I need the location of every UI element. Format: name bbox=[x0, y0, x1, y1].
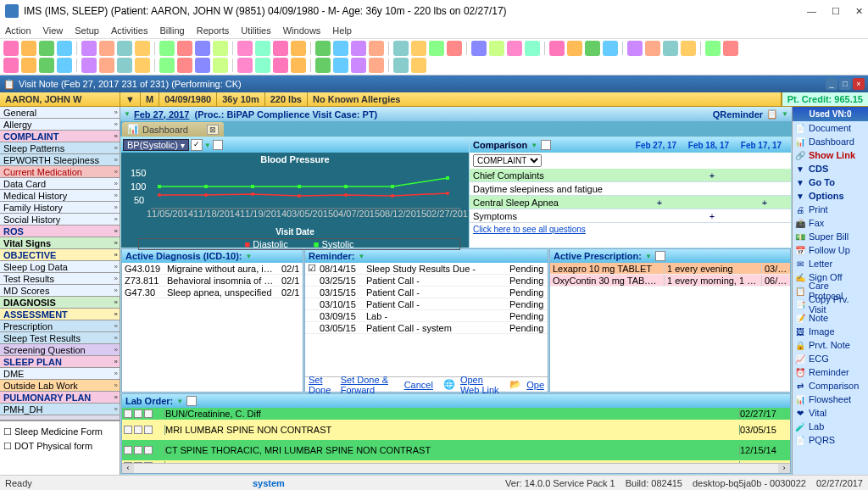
minimize-button[interactable]: — bbox=[807, 6, 816, 17]
nav-screening-question[interactable]: Screening Question» bbox=[0, 344, 120, 356]
set-done-link[interactable]: Set Done bbox=[309, 375, 336, 395]
rem-tri-icon[interactable]: ▼ bbox=[358, 253, 364, 260]
toolbar-button[interactable] bbox=[507, 41, 522, 56]
toolbar-button[interactable] bbox=[663, 41, 678, 56]
toolbar-button[interactable] bbox=[447, 41, 462, 56]
toolbar-button[interactable] bbox=[177, 58, 192, 73]
diagnosis-row[interactable]: G47.30Sleep apnea, unspecified02/1 bbox=[122, 287, 303, 298]
comparison-category-select[interactable]: COMPLAINT bbox=[473, 154, 542, 167]
lab-icon[interactable] bbox=[144, 446, 153, 454]
rnav-go-to[interactable]: ▼Go To bbox=[793, 175, 868, 189]
rnav-print[interactable]: 🖨Print bbox=[793, 203, 868, 216]
dashboard-tab-close[interactable]: ⊠ bbox=[207, 125, 219, 135]
lab-icon[interactable] bbox=[124, 446, 132, 454]
form-link[interactable]: ☐ Sleep Medicine Form bbox=[3, 425, 116, 439]
toolbar-button[interactable] bbox=[525, 41, 540, 56]
toolbar-button[interactable] bbox=[195, 58, 210, 73]
rnav-image[interactable]: 🖼Image bbox=[793, 325, 868, 338]
nav-complaint[interactable]: COMPLAINT» bbox=[0, 131, 120, 142]
rx-row[interactable]: Lexapro 10 mg TABLET1 every evening03/19 bbox=[550, 263, 790, 275]
rnav-fax[interactable]: 📠Fax bbox=[793, 216, 868, 230]
toolbar-button[interactable] bbox=[273, 58, 288, 73]
toolbar-button[interactable] bbox=[315, 58, 331, 73]
rnav-super-bill[interactable]: 💵Super Bill bbox=[793, 230, 868, 243]
toolbar-button[interactable] bbox=[255, 41, 270, 56]
cancel-link[interactable]: Cancel bbox=[404, 380, 433, 390]
menu-action[interactable]: Action bbox=[5, 25, 31, 36]
nav-family-history[interactable]: Family History» bbox=[0, 202, 120, 214]
toolbar-button[interactable] bbox=[585, 41, 600, 56]
toolbar-button[interactable] bbox=[333, 58, 348, 73]
toolbar-button[interactable] bbox=[393, 58, 409, 73]
menu-help[interactable]: Help bbox=[332, 25, 352, 36]
rnav-prvt-note[interactable]: 🔒Prvt. Note bbox=[793, 338, 868, 352]
diagnosis-row[interactable]: G43.019Migraine without aura, intractabl… bbox=[122, 263, 303, 275]
open-link[interactable]: Ope bbox=[526, 380, 544, 390]
rnav-options[interactable]: ▼Options bbox=[793, 189, 868, 203]
toolbar-button[interactable] bbox=[99, 58, 114, 73]
diag-tri-icon[interactable]: ▼ bbox=[246, 253, 253, 260]
visit-date[interactable]: Feb 27, 2017 bbox=[134, 109, 189, 120]
open-web-link[interactable]: Open Web Link bbox=[460, 375, 504, 395]
toolbar-button[interactable] bbox=[471, 41, 487, 56]
lab-icon[interactable] bbox=[124, 426, 132, 434]
toolbar-button[interactable] bbox=[81, 41, 97, 56]
qreminder-link[interactable]: QReminder bbox=[713, 109, 763, 120]
comparison-row[interactable]: Daytime sleepiness and fatigue bbox=[470, 182, 791, 196]
chart-tri-icon[interactable]: ▼ bbox=[204, 142, 211, 149]
nav-test-results[interactable]: Test Results» bbox=[0, 273, 120, 285]
toolbar-button[interactable] bbox=[39, 58, 54, 73]
lab-icon[interactable] bbox=[134, 409, 142, 418]
toolbar-button[interactable] bbox=[291, 58, 306, 73]
chart-metric-dropdown[interactable]: BP(Systolic) ▾ bbox=[123, 139, 189, 151]
toolbar-button[interactable] bbox=[57, 58, 72, 73]
nav-general[interactable]: General» bbox=[0, 107, 120, 119]
toolbar-button[interactable] bbox=[489, 41, 504, 56]
toolbar-button[interactable] bbox=[291, 41, 306, 56]
dashboard-tab[interactable]: 📊 Dashboard ⊠ bbox=[122, 122, 224, 136]
set-done-forward-link[interactable]: Set Done & Forward bbox=[341, 375, 399, 395]
lab-icon[interactable] bbox=[144, 409, 153, 418]
toolbar-button[interactable] bbox=[117, 41, 132, 56]
toolbar-button[interactable] bbox=[39, 41, 54, 56]
reminder-row[interactable]: 03/25/15Patient Call - Pending bbox=[305, 275, 548, 287]
toolbar-button[interactable] bbox=[195, 41, 210, 56]
toolbar-button[interactable] bbox=[159, 58, 175, 73]
nav-ros[interactable]: ROS» bbox=[0, 226, 120, 237]
nav-allergy[interactable]: Allergy» bbox=[0, 119, 120, 131]
toolbar-button[interactable] bbox=[237, 41, 253, 56]
toolbar-button[interactable] bbox=[369, 41, 384, 56]
nav-data-card[interactable]: Data Card» bbox=[0, 178, 120, 190]
toolbar-button[interactable] bbox=[117, 58, 132, 73]
chart-check-icon[interactable]: ✓ bbox=[191, 139, 203, 151]
toolbar-button[interactable] bbox=[393, 41, 409, 56]
toolbar-button[interactable] bbox=[3, 41, 19, 56]
toolbar-button[interactable] bbox=[57, 41, 72, 56]
toolbar-button[interactable] bbox=[429, 41, 444, 56]
rx-row[interactable]: OxyContin 30 mg TAB.SR 12H1 every mornin… bbox=[550, 275, 790, 287]
diagnosis-row[interactable]: Z73.811Behavioral insomnia of childhood,… bbox=[122, 275, 303, 287]
toolbar-button[interactable] bbox=[3, 58, 19, 73]
reminder-row[interactable]: 03/09/15Lab - Pending bbox=[305, 310, 548, 322]
menu-billing[interactable]: Billing bbox=[159, 25, 184, 36]
toolbar-button[interactable] bbox=[21, 58, 36, 73]
nav-sleep-plan[interactable]: SLEEP PLAN» bbox=[0, 356, 120, 368]
expand-icon[interactable]: ▼ bbox=[124, 110, 131, 118]
rnav-comparison[interactable]: ⇄Comparison bbox=[793, 379, 868, 393]
toolbar-button[interactable] bbox=[645, 41, 660, 56]
toolbar-button[interactable] bbox=[627, 41, 643, 56]
menu-utilities[interactable]: Utilities bbox=[241, 25, 270, 36]
lab-icon[interactable] bbox=[134, 426, 142, 434]
lab-tri-icon[interactable]: ▼ bbox=[176, 398, 183, 405]
toolbar-button[interactable] bbox=[273, 41, 288, 56]
toolbar-button[interactable] bbox=[213, 58, 228, 73]
nav-current-medication[interactable]: Current Medication» bbox=[0, 166, 120, 178]
nav-pmh-dh[interactable]: PMH_DH» bbox=[0, 404, 120, 415]
comparison-row[interactable]: Symptoms+ bbox=[470, 209, 791, 223]
reminder-row[interactable]: 03/15/15Patient Call - Pending bbox=[305, 287, 548, 298]
menu-windows[interactable]: Windows bbox=[283, 25, 321, 36]
rnav-ecg[interactable]: 📈ECG bbox=[793, 352, 868, 365]
qreminder-icon[interactable]: 📋 bbox=[766, 109, 778, 120]
nav-objective[interactable]: OBJECTIVE» bbox=[0, 249, 120, 261]
toolbar-button[interactable] bbox=[369, 58, 384, 73]
